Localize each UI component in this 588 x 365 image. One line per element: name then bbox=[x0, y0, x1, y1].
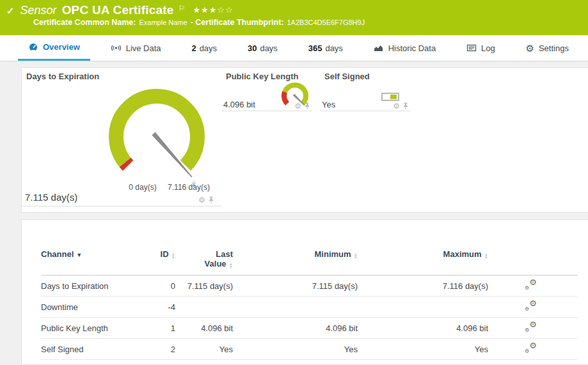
gauge-red-limit bbox=[125, 162, 128, 166]
column-header-maximum[interactable]: Maximum▲▼ bbox=[358, 244, 488, 276]
thumbprint-label: - Certificate Thumbprint: bbox=[191, 18, 284, 27]
tab-historic-data[interactable]: Historic Data bbox=[363, 35, 446, 61]
channel-name-cell[interactable]: Self Signed bbox=[41, 339, 143, 360]
gear-icon[interactable]: ⚙ bbox=[393, 102, 400, 110]
column-header-channel[interactable]: Channel▼ bbox=[41, 244, 143, 276]
tab-number: 2 bbox=[191, 43, 196, 53]
gauge-icon bbox=[28, 42, 38, 52]
maximum-cell bbox=[358, 297, 488, 318]
table-header-row: Channel▼ ID▲▼ Last Value▲▼ Minimum▲▼ Max… bbox=[41, 244, 578, 276]
public-key-length-section: Public Key Length 4.096 bit ⚙ bbox=[221, 68, 312, 111]
minimum-cell bbox=[233, 297, 358, 318]
sort-icon[interactable]: ▲▼ bbox=[484, 252, 488, 259]
tab-live-data[interactable]: Live Data bbox=[100, 35, 171, 61]
channel-id-cell: -4 bbox=[143, 297, 175, 318]
stars-filled[interactable]: ★★★ bbox=[193, 5, 217, 15]
tab-label: Settings bbox=[539, 43, 569, 53]
tab-label: Overview bbox=[43, 42, 80, 52]
edit-channel-gears-icon[interactable]: ⚙⚙ bbox=[525, 322, 537, 332]
minimum-cell: 7.115 day(s) bbox=[233, 276, 358, 297]
channel-last-value: 4.096 bit bbox=[223, 100, 255, 109]
tab-label: days bbox=[325, 43, 342, 53]
channel-last-value: 7.115 day(s) bbox=[25, 192, 77, 203]
channel-table-panel: Channel▼ ID▲▼ Last Value▲▼ Minimum▲▼ Max… bbox=[21, 219, 588, 365]
column-header-minimum[interactable]: Minimum▲▼ bbox=[233, 244, 358, 276]
last-value-cell bbox=[175, 297, 233, 318]
gear-icon[interactable]: ⚙ bbox=[198, 196, 205, 204]
gauge-controls: ⚙ bbox=[198, 196, 214, 204]
tab-settings[interactable]: ⚙ Settings bbox=[515, 35, 578, 61]
minimum-cell: Yes bbox=[233, 339, 358, 360]
self-signed-section: Self Signed Yes ⚙ bbox=[320, 68, 411, 111]
tab-label: days bbox=[260, 43, 277, 53]
tab-overview[interactable]: Overview bbox=[18, 35, 90, 61]
gauge-title: Days to Expiration bbox=[26, 72, 99, 81]
pin-icon[interactable] bbox=[402, 102, 409, 110]
page-title: OPC UA Certificate bbox=[62, 3, 174, 17]
channel-id-cell: 0 bbox=[143, 276, 175, 297]
status-ok-icon: ✓ bbox=[6, 5, 15, 17]
boolean-indicator-on-mark bbox=[390, 95, 397, 99]
table-row[interactable]: Days to Expiration 0 7.115 day(s) 7.115 … bbox=[41, 276, 578, 297]
indicator-title: Self Signed bbox=[324, 72, 370, 81]
tab-2-days[interactable]: 2 days bbox=[181, 35, 227, 61]
gear-icon: ⚙ bbox=[525, 43, 534, 53]
edit-channel-gears-icon[interactable]: ⚙⚙ bbox=[525, 301, 537, 311]
minimum-cell: 4.096 bit bbox=[233, 318, 358, 339]
gauge-min-label: 0 day(s) bbox=[118, 183, 168, 192]
edit-channel-gears-icon[interactable]: ⚙⚙ bbox=[525, 280, 537, 290]
tab-365-days[interactable]: 365 days bbox=[298, 35, 353, 61]
channel-id-cell: 2 bbox=[143, 339, 175, 360]
boolean-indicator bbox=[381, 93, 399, 101]
channel-name-cell[interactable]: Downtime bbox=[41, 297, 143, 318]
column-header-last-value[interactable]: Last Value▲▼ bbox=[175, 244, 233, 276]
pin-icon[interactable] bbox=[208, 196, 214, 204]
common-name-label: Certificate Common Name: bbox=[33, 18, 136, 27]
tab-label: Log bbox=[481, 43, 495, 53]
tab-number: 365 bbox=[308, 43, 322, 53]
log-list-icon bbox=[466, 43, 477, 53]
tab-label: days bbox=[200, 43, 217, 53]
column-header-actions bbox=[488, 244, 578, 276]
edit-channel-gears-icon[interactable]: ⚙⚙ bbox=[525, 343, 537, 353]
stars-empty[interactable]: ☆☆ bbox=[217, 5, 233, 15]
sensor-subtitle: Certificate Common Name: Example Name - … bbox=[0, 18, 588, 27]
channel-table: Channel▼ ID▲▼ Last Value▲▼ Minimum▲▼ Max… bbox=[41, 244, 578, 360]
pin-icon[interactable] bbox=[304, 102, 310, 110]
last-value-cell: 4.096 bit bbox=[175, 318, 233, 339]
table-row[interactable]: Downtime -4 ⚙⚙ bbox=[41, 297, 578, 318]
priority-flag-icon[interactable]: ⚐ bbox=[179, 4, 186, 13]
channel-name-cell[interactable]: Days to Expiration bbox=[41, 276, 143, 297]
sort-icon[interactable]: ▲▼ bbox=[354, 252, 358, 259]
channel-last-value: Yes bbox=[322, 100, 335, 109]
area-chart-icon bbox=[374, 43, 384, 53]
maximum-cell: 7.116 day(s) bbox=[358, 276, 488, 297]
tab-log[interactable]: Log bbox=[456, 35, 505, 61]
tab-label: Live Data bbox=[126, 43, 161, 53]
banner-title-row: ✓ Sensor OPC UA Certificate ⚐ ★★★☆☆ bbox=[0, 0, 588, 17]
channel-name-cell[interactable]: Public Key Length bbox=[41, 318, 143, 339]
priority-stars[interactable]: ★★★☆☆ bbox=[193, 5, 233, 15]
thumbprint-value: 1A2B3C4D5E6F7G8H9J bbox=[287, 19, 365, 26]
maximum-cell: 4.096 bit bbox=[358, 318, 488, 339]
gauge-controls: ⚙ bbox=[294, 102, 310, 110]
live-data-icon bbox=[111, 43, 122, 53]
sensor-status-banner: ✓ Sensor OPC UA Certificate ⚐ ★★★☆☆ Cert… bbox=[0, 0, 588, 35]
tab-bar: Overview Live Data 2 days 30 days 365 da… bbox=[0, 35, 588, 61]
tab-number: 30 bbox=[248, 43, 257, 53]
gauge-max-label: 7.116 day(s) bbox=[168, 183, 210, 192]
tab-label: Historic Data bbox=[388, 43, 436, 53]
channel-id-cell: 1 bbox=[143, 318, 175, 339]
column-header-id[interactable]: ID▲▼ bbox=[143, 244, 175, 276]
last-value-cell: Yes bbox=[175, 339, 233, 360]
sort-icon[interactable]: ▲▼ bbox=[229, 262, 233, 268]
table-row[interactable]: Public Key Length 1 4.096 bit 4.096 bit … bbox=[41, 318, 578, 339]
table-row[interactable]: Self Signed 2 Yes Yes Yes ⚙⚙ bbox=[41, 339, 578, 360]
gear-icon[interactable]: ⚙ bbox=[294, 102, 301, 110]
sort-desc-icon[interactable]: ▼ bbox=[76, 252, 82, 258]
last-value-cell: 7.115 day(s) bbox=[175, 276, 233, 297]
sort-icon[interactable]: ▲▼ bbox=[171, 252, 175, 259]
tab-30-days[interactable]: 30 days bbox=[237, 35, 288, 61]
gauge-arc bbox=[116, 96, 198, 165]
common-name-value: Example Name bbox=[139, 19, 187, 26]
